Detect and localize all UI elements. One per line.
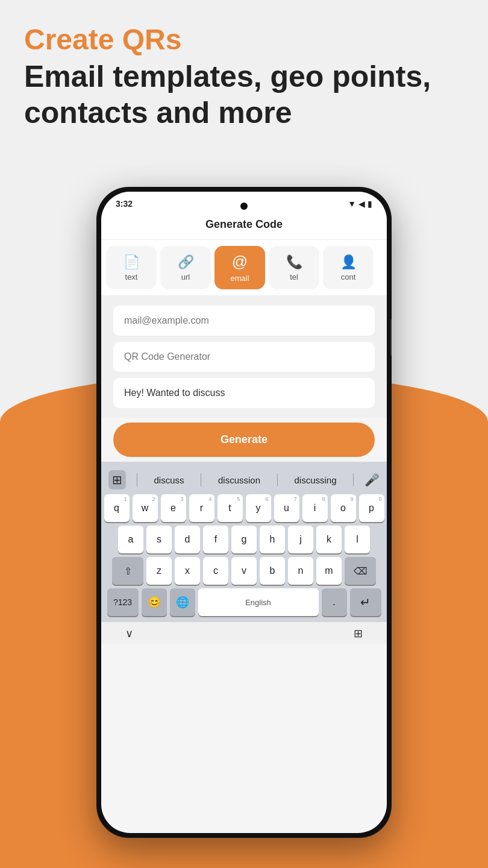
key-d[interactable]: d [175, 526, 200, 553]
suggestion-grid-icon[interactable]: ⊞ [108, 470, 126, 489]
key-x[interactable]: x [175, 557, 200, 585]
keyboard: ⊞ discuss discussion discussing 🎤 1q 2w … [101, 462, 387, 622]
divider-2 [201, 473, 201, 486]
space-key[interactable]: English [198, 588, 319, 616]
enter-key[interactable]: ↵ [350, 588, 381, 616]
phone-screen: 3:32 ▼ ◀ ▮ Generate Code 📄 text 🔗 url @ [101, 192, 387, 833]
num-switch-key[interactable]: ?123 [107, 588, 139, 616]
keyboard-row-2: a s d f g h j k l [104, 526, 384, 553]
phone-side-button [390, 319, 392, 356]
mic-button[interactable]: 🎤 [364, 473, 380, 487]
keyboard-row-1: 1q 2w 3e 4r 5t 6y 7u 8i 9o 0p [104, 494, 384, 522]
key-h[interactable]: h [260, 526, 285, 553]
generate-button[interactable]: Generate [113, 423, 375, 457]
body-input[interactable] [113, 378, 375, 408]
tab-text[interactable]: 📄 text [106, 246, 157, 289]
status-bar: 3:32 ▼ ◀ ▮ [101, 192, 387, 212]
suggestion-discuss[interactable]: discuss [148, 473, 190, 488]
battery-icon: ▮ [368, 199, 372, 209]
divider-3 [277, 473, 278, 486]
header-create-label: Create QRs [24, 24, 464, 56]
key-e[interactable]: 3e [161, 494, 186, 522]
dot-key[interactable]: . [322, 588, 347, 616]
key-q[interactable]: 1q [104, 494, 130, 522]
key-j[interactable]: j [288, 526, 313, 553]
status-icons: ▼ ◀ ▮ [348, 199, 372, 209]
key-v[interactable]: v [231, 557, 257, 585]
key-z[interactable]: z [146, 557, 172, 585]
key-i[interactable]: 8i [302, 494, 328, 522]
globe-key[interactable]: 🌐 [170, 588, 195, 616]
tab-url[interactable]: 🔗 url [160, 246, 211, 289]
keyboard-suggestions: ⊞ discuss discussion discussing 🎤 [104, 467, 384, 494]
tab-email-label: email [230, 274, 249, 283]
key-o[interactable]: 9o [331, 494, 356, 522]
key-w[interactable]: 2w [133, 494, 158, 522]
key-a[interactable]: a [118, 526, 143, 553]
back-nav-icon[interactable]: ∨ [125, 627, 133, 640]
header-subtitle: Email templates, geo points, contacts an… [24, 58, 464, 131]
shift-key[interactable]: ⇧ [112, 557, 143, 585]
tab-tel[interactable]: 📞 tel [269, 246, 319, 289]
text-icon: 📄 [124, 254, 140, 270]
keyboard-row-3: ⇧ z x c v b n m ⌫ [104, 557, 384, 585]
key-l[interactable]: l [345, 526, 370, 553]
tel-icon: 📞 [286, 254, 302, 270]
signal-icon: ◀ [358, 199, 365, 209]
divider-1 [137, 473, 137, 486]
phone-bottom-bar: ∨ ⊞ [101, 622, 387, 644]
email-input[interactable] [113, 306, 375, 336]
key-t[interactable]: 5t [217, 494, 243, 522]
suggestion-discussion[interactable]: discussion [212, 473, 266, 488]
key-m[interactable]: m [316, 557, 342, 585]
tab-email[interactable]: @ email [214, 246, 265, 289]
emoji-key[interactable]: 😊 [142, 588, 167, 616]
app-header: Generate Code [101, 212, 387, 240]
app-title: Generate Code [205, 218, 283, 230]
key-k[interactable]: k [316, 526, 342, 553]
tab-tel-label: tel [290, 272, 298, 281]
tab-contact-label: cont [341, 272, 356, 281]
tab-contact[interactable]: 👤 cont [323, 246, 374, 289]
key-r[interactable]: 4r [189, 494, 214, 522]
home-nav-icon[interactable]: ⊞ [354, 627, 363, 640]
contact-icon: 👤 [340, 254, 357, 270]
backspace-key[interactable]: ⌫ [345, 557, 376, 585]
email-icon: @ [232, 253, 248, 271]
phone-mockup: 3:32 ▼ ◀ ▮ Generate Code 📄 text 🔗 url @ [96, 187, 392, 838]
divider-4 [353, 473, 354, 486]
key-n[interactable]: n [288, 557, 313, 585]
tab-url-label: url [181, 272, 190, 281]
url-icon: 🔗 [178, 254, 194, 270]
tab-bar: 📄 text 🔗 url @ email 📞 tel 👤 cont [101, 240, 387, 296]
key-p[interactable]: 0p [359, 494, 384, 522]
key-y[interactable]: 6y [246, 494, 271, 522]
key-c[interactable]: c [203, 557, 228, 585]
status-time: 3:32 [116, 199, 133, 209]
wifi-icon: ▼ [348, 199, 356, 209]
keyboard-row-4: ?123 😊 🌐 English . ↵ [104, 588, 384, 616]
key-s[interactable]: s [146, 526, 172, 553]
key-u[interactable]: 7u [274, 494, 299, 522]
camera-dot [240, 203, 248, 210]
suggestion-discussing[interactable]: discussing [288, 473, 342, 488]
subject-input[interactable] [113, 342, 375, 372]
tab-text-label: text [125, 272, 138, 281]
key-g[interactable]: g [231, 526, 257, 553]
header-area: Create QRs Email templates, geo points, … [24, 24, 464, 131]
key-b[interactable]: b [260, 557, 285, 585]
form-area [101, 296, 387, 418]
key-f[interactable]: f [203, 526, 228, 553]
